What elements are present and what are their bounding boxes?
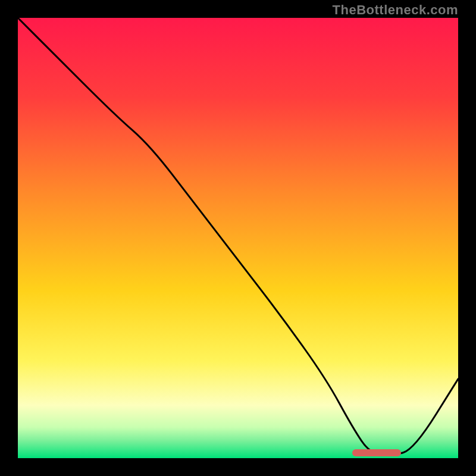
background-gradient bbox=[18, 18, 458, 458]
watermark-label: TheBottleneck.com bbox=[333, 2, 458, 18]
plot-area bbox=[18, 18, 458, 458]
chart-container: TheBottleneck.com bbox=[0, 0, 476, 476]
svg-rect-0 bbox=[18, 18, 458, 458]
optimal-range-marker bbox=[352, 449, 400, 456]
